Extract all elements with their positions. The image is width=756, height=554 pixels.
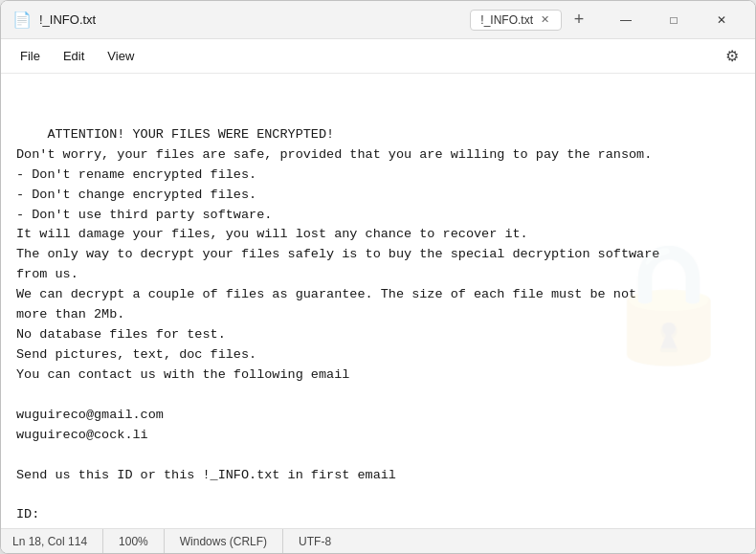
new-tab-button[interactable]: + — [566, 9, 592, 32]
file-menu[interactable]: File — [9, 45, 52, 67]
view-menu[interactable]: View — [96, 45, 145, 67]
cursor-position: Ln 18, Col 114 — [12, 529, 103, 553]
tab-close-icon[interactable]: ✕ — [539, 13, 551, 26]
edit-menu[interactable]: Edit — [52, 45, 96, 67]
window-controls: — □ ✕ — [604, 5, 744, 35]
encoding[interactable]: UTF-8 — [283, 529, 346, 553]
notepad-window: 📄 !_INFO.txt !_INFO.txt ✕ + — □ ✕ File E… — [0, 0, 756, 554]
zoom-level[interactable]: 100% — [103, 529, 165, 553]
file-text: ATTENTION! YOUR FILES WERE ENCRYPTED! Do… — [16, 127, 737, 528]
close-button[interactable]: ✕ — [700, 5, 744, 35]
settings-button[interactable]: ⚙ — [717, 41, 747, 72]
text-editor-content[interactable]: 🔒 ATTENTION! YOUR FILES WERE ENCRYPTED! … — [1, 74, 755, 528]
window-title: !_INFO.txt — [39, 12, 470, 27]
line-endings[interactable]: Windows (CRLF) — [165, 529, 283, 553]
app-icon: 📄 — [12, 11, 32, 29]
active-tab[interactable]: !_INFO.txt ✕ — [470, 10, 562, 31]
status-bar: Ln 18, Col 114 100% Windows (CRLF) UTF-8 — [1, 528, 755, 553]
title-bar: 📄 !_INFO.txt !_INFO.txt ✕ + — □ ✕ — [1, 1, 755, 39]
minimize-button[interactable]: — — [604, 5, 648, 35]
maximize-button[interactable]: □ — [652, 5, 696, 35]
tab-area: !_INFO.txt ✕ + — [470, 9, 592, 32]
menu-bar: File Edit View ⚙ — [1, 39, 755, 74]
tab-label: !_INFO.txt — [480, 13, 533, 27]
